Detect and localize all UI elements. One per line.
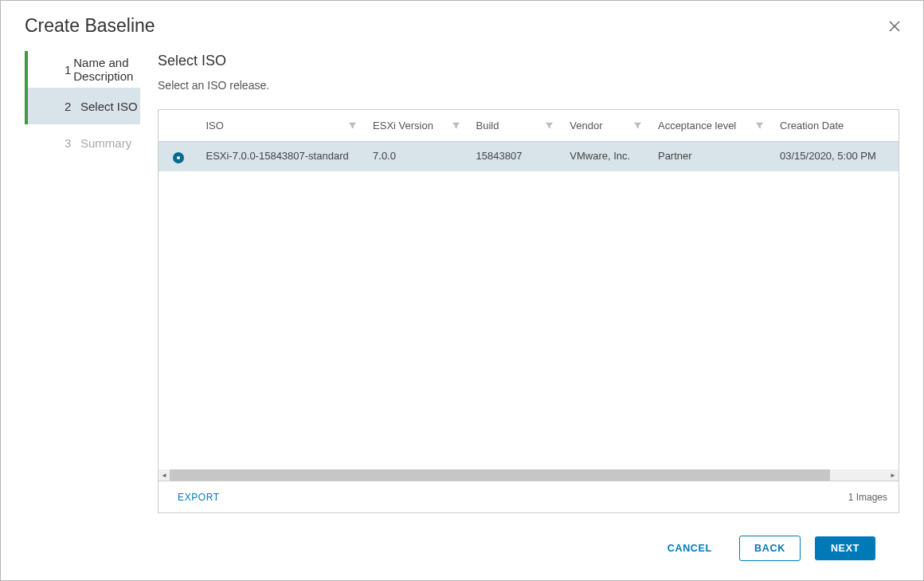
close-icon[interactable]	[888, 20, 901, 33]
filter-icon[interactable]	[452, 121, 460, 130]
iso-table: ISO ESXi Version	[159, 110, 899, 171]
images-count: 1 Images	[848, 492, 887, 503]
select-iso-panel: Select ISO Select an ISO release.	[140, 43, 923, 580]
dialog-body: 1 Name and Description 2 Select ISO 3 Su…	[1, 43, 923, 580]
filter-icon[interactable]	[755, 121, 764, 130]
step-label: Select ISO	[80, 100, 138, 113]
filter-icon[interactable]	[633, 121, 642, 130]
dialog-footer: CANCEL BACK NEXT	[158, 513, 899, 580]
col-build-label: Build	[476, 120, 499, 132]
cell-date: 03/15/2020, 5:00 PM	[772, 142, 899, 172]
col-date-label: Creation Date	[780, 120, 844, 132]
export-button[interactable]: EXPORT	[178, 492, 220, 503]
cell-iso: ESXi-7.0.0-15843807-standard	[198, 142, 365, 172]
cell-build: 15843807	[468, 142, 562, 172]
col-ver-label: ESXi Version	[373, 120, 433, 132]
scroll-left-icon[interactable]: ◄	[159, 469, 170, 481]
step-number: 1	[65, 63, 73, 77]
panel-title: Select ISO	[158, 53, 899, 69]
iso-table-container: ISO ESXi Version	[158, 109, 899, 513]
next-button[interactable]: NEXT	[815, 536, 875, 560]
cell-ver: 7.0.0	[365, 142, 468, 172]
radio-selected-icon[interactable]	[173, 152, 184, 163]
col-accept-label: Acceptance level	[658, 120, 736, 132]
scroll-thumb[interactable]	[170, 469, 830, 481]
panel-subtitle: Select an ISO release.	[158, 79, 899, 92]
col-creation-date[interactable]: Creation Date	[772, 110, 899, 142]
col-vendor-label: Vendor	[570, 120, 602, 132]
col-iso-label: ISO	[206, 120, 223, 132]
col-esxi-version[interactable]: ESXi Version	[365, 110, 468, 142]
step-number: 3	[65, 136, 80, 150]
col-vendor[interactable]: Vendor	[562, 110, 650, 142]
col-select	[159, 110, 198, 142]
create-baseline-dialog: Create Baseline 1 Name and Description 2…	[0, 0, 924, 581]
row-radio-cell[interactable]	[159, 142, 198, 172]
step-label: Summary	[80, 136, 131, 150]
table-row[interactable]: ESXi-7.0.0-15843807-standard 7.0.0 15843…	[159, 142, 899, 172]
horizontal-scrollbar[interactable]: ◄ ►	[159, 469, 899, 481]
scroll-right-icon[interactable]: ►	[887, 469, 899, 481]
step-summary: 3 Summary	[25, 124, 140, 161]
scroll-track[interactable]	[170, 469, 887, 481]
cell-accept: Partner	[650, 142, 772, 172]
filter-icon[interactable]	[348, 121, 357, 130]
dialog-title: Create Baseline	[25, 15, 155, 37]
back-button[interactable]: BACK	[739, 536, 801, 561]
cancel-button[interactable]: CANCEL	[655, 536, 725, 560]
step-label: Name and Description	[73, 56, 140, 83]
step-select-iso[interactable]: 2 Select ISO	[25, 88, 140, 124]
col-build[interactable]: Build	[468, 110, 562, 142]
table-footer: EXPORT 1 Images	[159, 481, 899, 512]
col-iso[interactable]: ISO	[198, 110, 365, 142]
wizard-steps: 1 Name and Description 2 Select ISO 3 Su…	[1, 43, 140, 580]
col-acceptance[interactable]: Acceptance level	[650, 110, 772, 142]
filter-icon[interactable]	[545, 121, 554, 130]
dialog-header: Create Baseline	[1, 1, 923, 43]
step-number: 2	[65, 100, 80, 113]
step-name-description[interactable]: 1 Name and Description	[25, 51, 140, 88]
cell-vendor: VMware, Inc.	[562, 142, 650, 172]
iso-table-scroll: ISO ESXi Version	[159, 110, 899, 469]
